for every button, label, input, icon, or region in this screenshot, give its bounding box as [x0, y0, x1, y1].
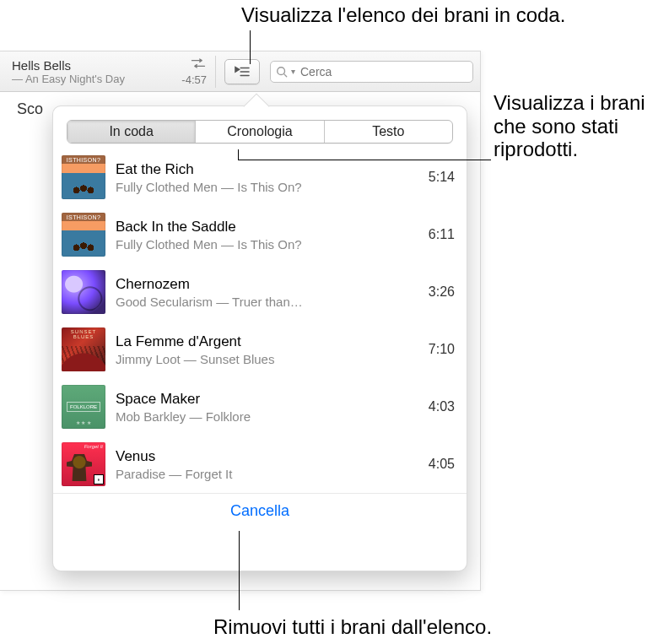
clear-row: Cancella: [53, 493, 467, 528]
callout-line: [239, 531, 240, 610]
album-art: [62, 213, 105, 257]
album-art: [62, 327, 105, 371]
queue-button[interactable]: [224, 59, 260, 84]
track-info: ChernozemGood Secularism — Truer than…: [116, 276, 422, 309]
track-subtitle: Paradise — Forget It: [116, 467, 422, 481]
track-duration: 5:14: [429, 170, 455, 185]
callout-right: Visualizza i brani che sono stati riprod…: [494, 91, 662, 161]
separator: [215, 56, 216, 88]
track-row[interactable]: EVenusParadise — Forget It4:05: [53, 436, 467, 493]
track-subtitle: Mob Barkley — Folklore: [116, 409, 422, 424]
now-playing-title: Hells Bells: [12, 58, 166, 73]
track-duration: 4:03: [429, 399, 455, 414]
now-playing-side: -4:57: [171, 57, 207, 86]
search-icon: [276, 66, 288, 78]
shuffle-repeat-icon[interactable]: [190, 57, 207, 72]
track-duration: 3:26: [429, 284, 455, 300]
track-title: Back In the Saddle: [116, 219, 422, 235]
callout-line: [238, 160, 491, 160]
track-subtitle: Good Secularism — Truer than…: [116, 295, 422, 309]
queue-popover: In coda Cronologia Testo Eat the RichFul…: [52, 106, 467, 571]
callout-line: [238, 149, 239, 160]
time-remaining: -4:57: [181, 73, 207, 86]
track-title: Space Maker: [116, 391, 422, 408]
track-info: Space MakerMob Barkley — Folklore: [116, 391, 422, 424]
clear-button[interactable]: Cancella: [53, 502, 467, 520]
track-row[interactable]: Space MakerMob Barkley — Folklore4:03: [53, 378, 467, 436]
callout-bottom: Rimuovi tutti i brani dall'elenco.: [213, 615, 492, 639]
album-art: [62, 155, 105, 199]
track-duration: 6:11: [429, 227, 455, 242]
track-row[interactable]: Eat the RichFully Clothed Men — Is This …: [53, 149, 467, 206]
now-playing-subtitle: — An Easy Night's Day: [12, 73, 166, 85]
track-title: Eat the Rich: [116, 161, 422, 178]
tab-history[interactable]: Cronologia: [196, 121, 324, 143]
search-field[interactable]: ▾: [270, 61, 473, 83]
track-subtitle: Jimmy Loot — Sunset Blues: [116, 352, 422, 366]
top-toolbar: Hells Bells — An Easy Night's Day -4:57 …: [0, 51, 480, 92]
track-info: Eat the RichFully Clothed Men — Is This …: [116, 161, 422, 194]
tab-up-next[interactable]: In coda: [67, 121, 196, 143]
track-row[interactable]: Back In the SaddleFully Clothed Men — Is…: [53, 206, 467, 263]
track-subtitle: Fully Clothed Men — Is This On?: [116, 180, 422, 194]
track-row[interactable]: La Femme d'ArgentJimmy Loot — Sunset Blu…: [53, 321, 467, 378]
track-info: Back In the SaddleFully Clothed Men — Is…: [116, 219, 422, 252]
track-title: Chernozem: [116, 276, 422, 293]
album-art: E: [62, 442, 105, 486]
track-row[interactable]: ChernozemGood Secularism — Truer than…3:…: [53, 263, 467, 321]
track-duration: 7:10: [429, 342, 455, 357]
chevron-down-icon[interactable]: ▾: [291, 67, 295, 76]
subheader-label: Sco: [17, 100, 43, 118]
callout-line: [250, 30, 251, 64]
track-info: VenusParadise — Forget It: [116, 448, 422, 481]
search-input[interactable]: [300, 65, 467, 78]
track-duration: 4:05: [429, 457, 455, 472]
tab-bar: In coda Cronologia Testo: [67, 120, 453, 143]
track-title: Venus: [116, 448, 422, 465]
track-list: Eat the RichFully Clothed Men — Is This …: [53, 149, 467, 493]
now-playing[interactable]: Hells Bells — An Easy Night's Day: [7, 55, 171, 89]
callout-top: Visualizza l'elenco dei brani in coda.: [241, 3, 565, 27]
tab-lyrics[interactable]: Testo: [325, 121, 452, 143]
album-art: [62, 270, 105, 314]
track-title: La Femme d'Argent: [116, 333, 422, 350]
track-subtitle: Fully Clothed Men — Is This On?: [116, 237, 422, 252]
album-art: [62, 385, 105, 429]
track-info: La Femme d'ArgentJimmy Loot — Sunset Blu…: [116, 333, 422, 366]
